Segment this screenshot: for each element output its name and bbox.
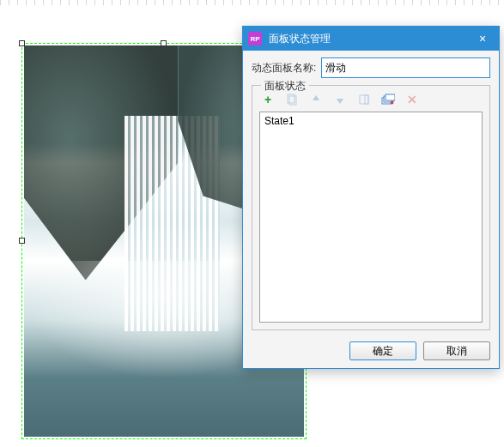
dialog-title: 面板状态管理: [269, 32, 465, 46]
dialog-body: 动态面板名称: 面板状态 +: [243, 51, 499, 334]
add-state-button[interactable]: +: [261, 93, 275, 106]
fieldset-legend: 面板状态: [261, 79, 309, 94]
button-row: 确定 取消: [243, 334, 499, 368]
panel-state-manager-dialog: RP 面板状态管理 × 动态面板名称: 面板状态 +: [242, 26, 500, 369]
ok-button[interactable]: 确定: [349, 341, 416, 360]
states-toolbar: + ✕: [259, 93, 483, 112]
close-icon[interactable]: ×: [471, 27, 494, 51]
edit-all-button[interactable]: [381, 93, 395, 106]
states-fieldset: 面板状态 + ✕ S: [252, 85, 490, 330]
name-label: 动态面板名称:: [252, 61, 316, 76]
ruler: [0, 0, 504, 5]
titlebar[interactable]: RP 面板状态管理 ×: [243, 27, 499, 51]
move-down-button: [333, 93, 347, 106]
panel-name-input[interactable]: [321, 57, 490, 78]
edit-state-button: [357, 93, 371, 106]
svg-rect-2: [360, 95, 368, 104]
delete-state-button: ✕: [405, 93, 419, 106]
states-list[interactable]: State1: [259, 112, 483, 323]
svg-rect-6: [386, 94, 395, 100]
resize-handle[interactable]: [161, 40, 167, 46]
app-icon: RP: [248, 32, 262, 45]
name-row: 动态面板名称:: [252, 57, 490, 78]
duplicate-state-button: [285, 93, 299, 106]
state-item[interactable]: State1: [262, 114, 480, 128]
resize-handle[interactable]: [19, 238, 25, 244]
resize-handle[interactable]: [19, 40, 25, 46]
svg-rect-3: [365, 95, 368, 104]
move-up-button: [309, 93, 323, 106]
cancel-button[interactable]: 取消: [423, 341, 490, 360]
